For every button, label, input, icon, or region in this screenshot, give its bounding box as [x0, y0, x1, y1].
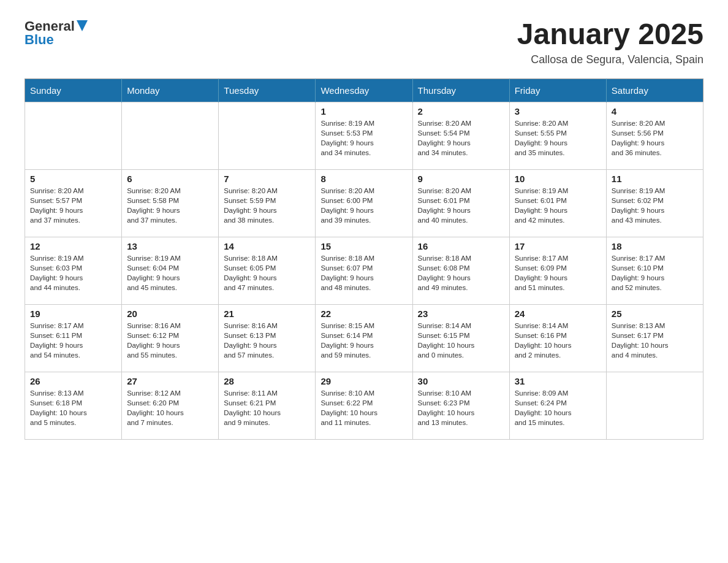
day-info: Sunrise: 8:10 AM Sunset: 6:23 PM Dayligh…	[418, 388, 504, 427]
column-header-tuesday: Tuesday	[219, 79, 316, 102]
column-header-monday: Monday	[122, 79, 219, 102]
day-number: 21	[224, 308, 310, 319]
day-info: Sunrise: 8:19 AM Sunset: 5:53 PM Dayligh…	[320, 118, 407, 158]
day-info: Sunrise: 8:20 AM Sunset: 6:00 PM Dayligh…	[320, 186, 407, 225]
day-info: Sunrise: 8:17 AM Sunset: 6:09 PM Dayligh…	[515, 253, 601, 293]
day-info: Sunrise: 8:15 AM Sunset: 6:14 PM Dayligh…	[320, 321, 407, 360]
day-info: Sunrise: 8:20 AM Sunset: 5:56 PM Dayligh…	[612, 118, 698, 158]
day-info: Sunrise: 8:16 AM Sunset: 6:13 PM Dayligh…	[224, 321, 310, 360]
title-section: January 2025 Callosa de Segura, Valencia…	[517, 18, 703, 66]
calendar-week-row: 19Sunrise: 8:17 AM Sunset: 6:11 PM Dayli…	[25, 304, 703, 372]
day-number: 10	[515, 174, 601, 184]
day-number: 12	[30, 241, 116, 251]
calendar-cell: 1Sunrise: 8:19 AM Sunset: 5:53 PM Daylig…	[316, 102, 412, 169]
day-number: 13	[127, 241, 213, 251]
calendar-cell: 21Sunrise: 8:16 AM Sunset: 6:13 PM Dayli…	[219, 304, 316, 372]
calendar-cell: 9Sunrise: 8:20 AM Sunset: 6:01 PM Daylig…	[412, 169, 509, 237]
day-info: Sunrise: 8:18 AM Sunset: 6:07 PM Dayligh…	[320, 253, 407, 293]
calendar-cell: 25Sunrise: 8:13 AM Sunset: 6:17 PM Dayli…	[606, 304, 703, 372]
day-info: Sunrise: 8:13 AM Sunset: 6:17 PM Dayligh…	[612, 321, 698, 360]
day-info: Sunrise: 8:14 AM Sunset: 6:15 PM Dayligh…	[418, 321, 504, 360]
day-info: Sunrise: 8:19 AM Sunset: 6:04 PM Dayligh…	[127, 253, 213, 293]
day-info: Sunrise: 8:20 AM Sunset: 5:58 PM Dayligh…	[127, 186, 213, 225]
day-info: Sunrise: 8:19 AM Sunset: 6:03 PM Dayligh…	[30, 253, 116, 293]
day-number: 20	[127, 308, 213, 319]
calendar-cell: 15Sunrise: 8:18 AM Sunset: 6:07 PM Dayli…	[316, 237, 412, 304]
svg-marker-0	[77, 20, 88, 31]
day-number: 16	[418, 241, 504, 251]
day-number: 25	[612, 308, 698, 319]
day-number: 2	[418, 106, 504, 117]
day-number: 5	[30, 174, 116, 184]
day-info: Sunrise: 8:20 AM Sunset: 5:55 PM Dayligh…	[515, 118, 601, 158]
calendar-cell: 22Sunrise: 8:15 AM Sunset: 6:14 PM Dayli…	[316, 304, 412, 372]
location: Callosa de Segura, Valencia, Spain	[517, 53, 703, 66]
day-info: Sunrise: 8:09 AM Sunset: 6:24 PM Dayligh…	[515, 388, 601, 427]
day-info: Sunrise: 8:20 AM Sunset: 5:59 PM Dayligh…	[224, 186, 310, 225]
day-info: Sunrise: 8:18 AM Sunset: 6:08 PM Dayligh…	[418, 253, 504, 293]
column-header-sunday: Sunday	[25, 79, 122, 102]
calendar-cell: 26Sunrise: 8:13 AM Sunset: 6:18 PM Dayli…	[25, 372, 122, 439]
day-info: Sunrise: 8:10 AM Sunset: 6:22 PM Dayligh…	[320, 388, 407, 427]
calendar-header-row: SundayMondayTuesdayWednesdayThursdayFrid…	[25, 79, 703, 102]
calendar-cell: 14Sunrise: 8:18 AM Sunset: 6:05 PM Dayli…	[219, 237, 316, 304]
calendar-cell	[25, 102, 122, 169]
day-info: Sunrise: 8:19 AM Sunset: 6:02 PM Dayligh…	[612, 186, 698, 225]
calendar-cell: 12Sunrise: 8:19 AM Sunset: 6:03 PM Dayli…	[25, 237, 122, 304]
day-info: Sunrise: 8:20 AM Sunset: 5:57 PM Dayligh…	[30, 186, 116, 225]
month-title: January 2025	[517, 18, 703, 51]
calendar-week-row: 12Sunrise: 8:19 AM Sunset: 6:03 PM Dayli…	[25, 237, 703, 304]
day-number: 28	[224, 376, 310, 386]
day-number: 22	[320, 308, 407, 319]
calendar-cell: 7Sunrise: 8:20 AM Sunset: 5:59 PM Daylig…	[219, 169, 316, 237]
day-info: Sunrise: 8:12 AM Sunset: 6:20 PM Dayligh…	[127, 388, 213, 427]
day-info: Sunrise: 8:13 AM Sunset: 6:18 PM Dayligh…	[30, 388, 116, 427]
day-number: 1	[320, 106, 407, 117]
day-number: 23	[418, 308, 504, 319]
calendar-cell: 24Sunrise: 8:14 AM Sunset: 6:16 PM Dayli…	[509, 304, 606, 372]
calendar-cell: 13Sunrise: 8:19 AM Sunset: 6:04 PM Dayli…	[122, 237, 219, 304]
column-header-thursday: Thursday	[412, 79, 509, 102]
day-number: 6	[127, 174, 213, 184]
day-info: Sunrise: 8:18 AM Sunset: 6:05 PM Dayligh…	[224, 253, 310, 293]
calendar-cell: 31Sunrise: 8:09 AM Sunset: 6:24 PM Dayli…	[509, 372, 606, 439]
day-number: 17	[515, 241, 601, 251]
column-header-friday: Friday	[509, 79, 606, 102]
calendar-week-row: 26Sunrise: 8:13 AM Sunset: 6:18 PM Dayli…	[25, 372, 703, 439]
calendar-cell: 17Sunrise: 8:17 AM Sunset: 6:09 PM Dayli…	[509, 237, 606, 304]
day-number: 8	[320, 174, 407, 184]
day-number: 26	[30, 376, 116, 386]
day-info: Sunrise: 8:19 AM Sunset: 6:01 PM Dayligh…	[515, 186, 601, 225]
calendar-cell	[606, 372, 703, 439]
column-header-wednesday: Wednesday	[316, 79, 412, 102]
calendar-cell: 10Sunrise: 8:19 AM Sunset: 6:01 PM Dayli…	[509, 169, 606, 237]
calendar-cell: 5Sunrise: 8:20 AM Sunset: 5:57 PM Daylig…	[25, 169, 122, 237]
calendar-cell: 16Sunrise: 8:18 AM Sunset: 6:08 PM Dayli…	[412, 237, 509, 304]
calendar-cell	[122, 102, 219, 169]
column-header-saturday: Saturday	[606, 79, 703, 102]
calendar-cell: 19Sunrise: 8:17 AM Sunset: 6:11 PM Dayli…	[25, 304, 122, 372]
day-number: 14	[224, 241, 310, 251]
calendar-cell: 4Sunrise: 8:20 AM Sunset: 5:56 PM Daylig…	[606, 102, 703, 169]
day-number: 31	[515, 376, 601, 386]
calendar-cell: 23Sunrise: 8:14 AM Sunset: 6:15 PM Dayli…	[412, 304, 509, 372]
calendar-cell	[219, 102, 316, 169]
day-info: Sunrise: 8:17 AM Sunset: 6:11 PM Dayligh…	[30, 321, 116, 360]
day-info: Sunrise: 8:20 AM Sunset: 6:01 PM Dayligh…	[418, 186, 504, 225]
calendar-cell: 28Sunrise: 8:11 AM Sunset: 6:21 PM Dayli…	[219, 372, 316, 439]
day-number: 30	[418, 376, 504, 386]
day-number: 3	[515, 106, 601, 117]
day-number: 18	[612, 241, 698, 251]
day-info: Sunrise: 8:20 AM Sunset: 5:54 PM Dayligh…	[418, 118, 504, 158]
day-number: 29	[320, 376, 407, 386]
calendar-cell: 29Sunrise: 8:10 AM Sunset: 6:22 PM Dayli…	[316, 372, 412, 439]
calendar-cell: 20Sunrise: 8:16 AM Sunset: 6:12 PM Dayli…	[122, 304, 219, 372]
day-number: 27	[127, 376, 213, 386]
calendar-cell: 27Sunrise: 8:12 AM Sunset: 6:20 PM Dayli…	[122, 372, 219, 439]
calendar-cell: 6Sunrise: 8:20 AM Sunset: 5:58 PM Daylig…	[122, 169, 219, 237]
page-header: General Blue January 2025 Callosa de Seg…	[25, 18, 703, 66]
day-number: 19	[30, 308, 116, 319]
calendar-cell: 2Sunrise: 8:20 AM Sunset: 5:54 PM Daylig…	[412, 102, 509, 169]
calendar-cell: 3Sunrise: 8:20 AM Sunset: 5:55 PM Daylig…	[509, 102, 606, 169]
day-number: 7	[224, 174, 310, 184]
